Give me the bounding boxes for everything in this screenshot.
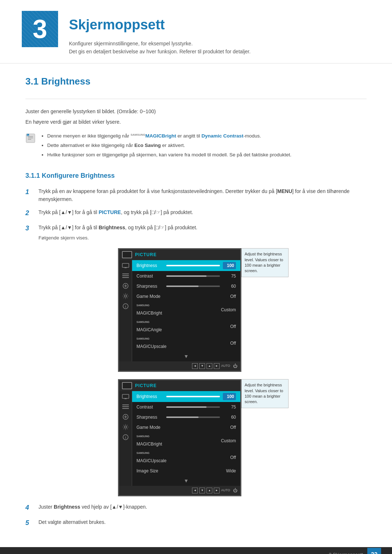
btn-up-2: ▲: [207, 488, 212, 493]
menu-row-sharpness-2: Sharpness 60: [132, 412, 240, 422]
monitor-menu-title-2: PICTURE: [135, 382, 157, 389]
step-number-4: 4: [25, 502, 36, 513]
monitor-ui-2: PICTURE: [118, 379, 241, 496]
step-text-4: Juster Brightness ved hjelp av [▲/▼]-kna…: [38, 503, 367, 511]
menu-row-magicangle-1: SAMSUNGMAGICAngle Off: [132, 318, 240, 335]
power-icon-2: ⏻: [233, 487, 237, 494]
menu-row-contrast-1: Contrast 75: [132, 271, 240, 281]
svg-rect-18: [124, 398, 127, 399]
chapter-number: 3: [22, 11, 58, 47]
svg-point-14: [124, 295, 127, 297]
section-number: 3.1: [25, 76, 38, 87]
step-item-3: 3 Trykk på [▲/▼] for å gå til Brightness…: [25, 223, 367, 242]
scroll-indicator-1: ▼: [132, 352, 240, 361]
chapter-title-block: Skjermoppsett Konfigurer skjerminnstilli…: [69, 11, 250, 56]
subsection-heading: 3.1.1 Konfigurere Brightness: [25, 171, 367, 181]
monitor-1: PICTURE: [118, 248, 289, 372]
sidebar-icon-cross-2: [122, 414, 130, 420]
step-number-1: 1: [25, 187, 36, 197]
step-sub-3: Følgende skjerm vises.: [38, 234, 367, 242]
monitor-bottom-bar-1: ◄ ▼ ▲ ► AUTO ⏻: [119, 361, 240, 371]
section-desc2: En høyere verdi gjør at bildet virker ly…: [25, 118, 367, 126]
monitor-sidebar-2: i: [119, 391, 132, 486]
subsection-number: 3.1.1: [25, 172, 40, 179]
step-item-2: 2 Trykk på [▲/▼] for å gå til PICTURE, o…: [25, 208, 367, 218]
menu-row-gamemode-1: Game Mode Off: [132, 291, 240, 301]
main-content: 3.1 Brightness Juster den generelle lyss…: [0, 67, 392, 554]
section-divider: [25, 99, 367, 99]
section-heading: 3.1 Brightness: [25, 74, 367, 90]
svg-rect-10: [122, 277, 129, 278]
step-text-2: Trykk på [▲/▼] for å gå til PICTURE, og …: [38, 208, 367, 216]
menu-row-brightness-2: Brightness 100: [132, 391, 240, 402]
svg-text:i: i: [125, 436, 126, 439]
menu-row-brightness-1: Brightness 100: [132, 260, 240, 271]
monitor-tooltip-1: Adjust the brightness level. Values clos…: [241, 248, 289, 277]
btn-down-1: ▼: [199, 363, 205, 369]
menu-row-magicbright-1: SAMSUNGMAGICBright Custom: [132, 301, 240, 318]
monitor-2: PICTURE: [118, 379, 289, 496]
chapter-desc2: Det gis en detaljert beskrivelse av hver…: [69, 48, 250, 56]
monitor-top-bar-1: PICTURE: [119, 249, 240, 260]
sidebar-icon-tv-2: [122, 393, 130, 400]
menu-row-magicupscale-1: SAMSUNGMAGICUpscale Off: [132, 335, 240, 352]
monitor-sidebar-1: i: [119, 260, 132, 361]
footer-text: 3 Skjermoppsett: [329, 551, 363, 554]
chapter-desc1: Konfigurer skjerminnstillingene, for eks…: [69, 40, 250, 48]
steps-list: 1 Trykk på en av knappene foran på produ…: [25, 187, 367, 242]
monitor-bottom-bar-2: ◄ ▼ ▲ ► AUTO ⏻: [119, 486, 240, 495]
btn-right-2: ►: [214, 488, 220, 493]
step-number-5: 5: [25, 518, 36, 528]
chapter-title: Skjermoppsett: [69, 15, 250, 35]
svg-rect-21: [122, 408, 129, 409]
monitor-body-1: i Brightness 100: [119, 260, 240, 361]
note-list: Denne menyen er ikke tilgjengelig når SA…: [41, 132, 291, 161]
btn-down-2: ▼: [199, 488, 205, 493]
chapter-header: 3 Skjermoppsett Konfigurer skjerminnstil…: [0, 0, 392, 63]
menu-row-sharpness-1: Sharpness 60: [132, 281, 240, 291]
note-item-3: Hvilke funksjoner som er tilgjengelige p…: [47, 151, 291, 159]
svg-text:✎: ✎: [27, 134, 29, 136]
monitor-top-bar-2: PICTURE: [119, 380, 240, 391]
note-icon: ✎: [25, 133, 36, 143]
svg-rect-17: [122, 394, 129, 398]
menu-row-magicupscale-2: SAMSUNGMAGICUpscale Off: [132, 449, 240, 466]
svg-rect-19: [122, 405, 129, 405]
btn-left-2: ◄: [192, 488, 198, 493]
monitor-menu-rows-2: Brightness 100 Contrast: [132, 391, 240, 486]
step-text-1: Trykk på en av knappene foran på produkt…: [38, 187, 367, 204]
sidebar-icon-info: i: [122, 303, 130, 309]
svg-rect-20: [122, 406, 129, 407]
note-item-1: Denne menyen er ikke tilgjengelig når SA…: [47, 132, 291, 140]
sidebar-icon-menu: [122, 272, 130, 279]
btn-left-1: ◄: [192, 363, 198, 369]
svg-rect-6: [122, 263, 129, 267]
power-icon-1: ⏻: [233, 363, 237, 369]
auto-label-1: AUTO: [221, 364, 230, 369]
svg-text:i: i: [125, 305, 126, 308]
note-block: ✎ Denne menyen er ikke tilgjengelig når …: [25, 132, 367, 161]
monitor-menu-title-1: PICTURE: [135, 251, 157, 258]
steps-list-4-5: 4 Juster Brightness ved hjelp av [▲/▼]-k…: [25, 503, 367, 528]
page-footer: 3 Skjermoppsett 32: [0, 547, 392, 554]
step-item-5: 5 Det valgte alternativet brukes.: [25, 518, 367, 528]
monitor-body-2: i Brightness 100: [119, 391, 240, 486]
btn-up-1: ▲: [207, 363, 212, 369]
step-number-2: 2: [25, 208, 36, 218]
monitor-images: PICTURE: [40, 248, 367, 496]
step-text-5: Det valgte alternativet brukes.: [38, 518, 367, 526]
step-text-3: Trykk på [▲/▼] for å gå til Brightness, …: [38, 223, 367, 242]
footer-page-number: 32: [367, 548, 381, 554]
auto-label-2: AUTO: [221, 488, 230, 493]
sidebar-icon-tv: [122, 262, 130, 269]
svg-rect-9: [122, 275, 129, 276]
sidebar-icon-menu-2: [122, 403, 130, 410]
svg-rect-7: [124, 267, 127, 268]
monitor-tooltip-2: Adjust the brightness level. Values clos…: [241, 379, 289, 408]
sidebar-icon-gear: [122, 293, 130, 299]
section-title: Brightness: [41, 76, 90, 87]
note-item-2: Dette alternativet er ikke tilgjengelig …: [47, 142, 291, 149]
menu-row-magicbright-2: SAMSUNGMAGICBright Custom: [132, 432, 240, 449]
section-desc1: Juster den generelle lysstyrken til bild…: [25, 108, 367, 115]
sidebar-icon-cross: [122, 283, 130, 289]
